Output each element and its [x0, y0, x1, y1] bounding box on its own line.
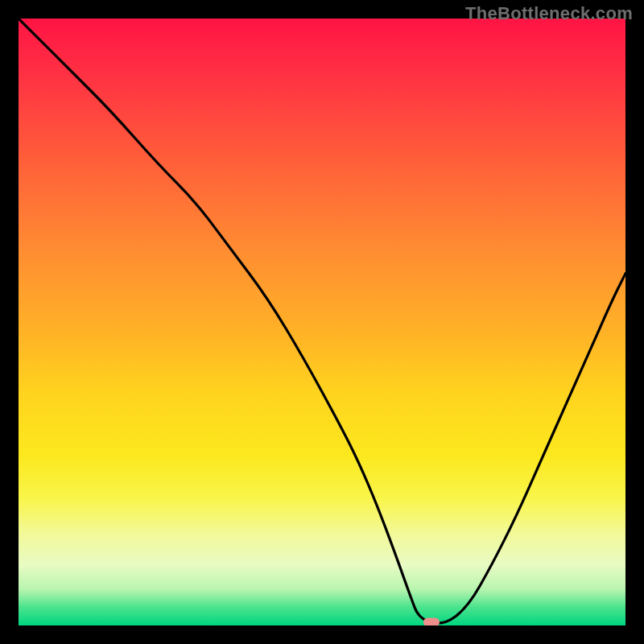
optimal-marker — [423, 618, 440, 625]
curve-path — [19, 19, 625, 623]
plot-area — [19, 19, 625, 625]
chart-stage: TheBottleneck.com — [0, 0, 644, 644]
bottleneck-curve — [19, 19, 625, 625]
watermark-text: TheBottleneck.com — [465, 3, 633, 24]
